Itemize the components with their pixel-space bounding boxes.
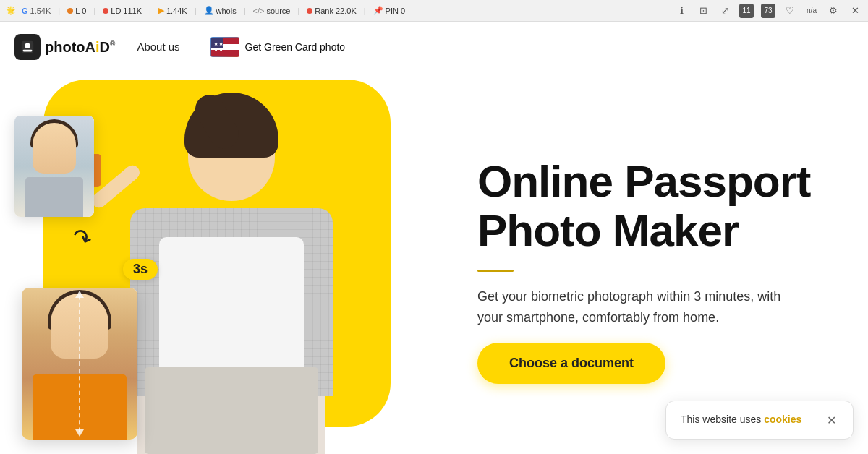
svg-text:★★: ★★ xyxy=(213,46,224,53)
photo-card-small-image xyxy=(14,116,94,217)
toolbar-google: G 1.54K xyxy=(22,7,51,15)
toolbar-ld: LD 111K xyxy=(103,7,142,15)
svg-rect-2 xyxy=(23,49,33,51)
toolbar-whois[interactable]: 👤 whois xyxy=(204,6,237,15)
heart-icon[interactable]: ♡ xyxy=(783,4,797,18)
toolbar-rank: Rank 22.0K xyxy=(307,7,356,15)
choose-document-button[interactable]: Choose a document xyxy=(477,343,665,384)
timer-badge: 3s xyxy=(123,259,158,280)
toolbar-pin: 📌 PIN 0 xyxy=(373,6,405,15)
browser-toolbar: 🌟 G 1.54K | L 0 | LD 111K | ▶ 1.44K | 👤 … xyxy=(0,0,868,22)
green-card-flag-icon: ★★ ★★ xyxy=(210,37,239,57)
logo-text: photoAiD® xyxy=(45,38,115,56)
green-card-promo-text: Get Green Card photo xyxy=(245,41,346,53)
photo-card-main xyxy=(22,288,137,440)
expand-icon[interactable]: ⤢ xyxy=(718,4,732,18)
toolbar-i2: ▶ 1.44K xyxy=(158,6,187,15)
info-icon[interactable]: ℹ xyxy=(674,4,689,18)
count-badge-2: 73 xyxy=(761,4,775,18)
screenshot-icon[interactable]: ⊡ xyxy=(696,4,710,18)
cookie-banner: This website uses cookies ✕ xyxy=(665,401,854,440)
green-card-promo-link[interactable]: ★★ ★★ Get Green Card photo xyxy=(202,34,354,60)
hero-illustration: ↷ 3s xyxy=(0,72,448,454)
hero-subtitle: Get your biometric photograph within 3 m… xyxy=(477,286,781,328)
toolbar-l: L 0 xyxy=(67,7,86,15)
photo-card-main-image xyxy=(22,288,137,440)
photo-card-small xyxy=(14,116,94,217)
svg-point-1 xyxy=(25,43,30,48)
toolbar-source[interactable]: </> source xyxy=(253,7,291,15)
hero-title-divider xyxy=(477,270,514,272)
settings-icon[interactable]: ⚙ xyxy=(826,4,841,18)
favicon-icon: 🌟 xyxy=(6,6,16,15)
hero-section: ↷ 3s xyxy=(0,72,868,454)
count-badge-1: 11 xyxy=(739,4,754,18)
navbar: photoAiD® About us ★★ ★★ Get Green Card … xyxy=(0,22,868,72)
hero-content: Online Passport Photo Maker Get your bio… xyxy=(448,72,868,454)
logo[interactable]: photoAiD® xyxy=(14,34,115,60)
na-badge: n/a xyxy=(804,4,819,18)
hero-title: Online Passport Photo Maker xyxy=(477,157,825,255)
cookie-close-button[interactable]: ✕ xyxy=(824,413,838,427)
logo-icon xyxy=(14,34,41,60)
about-us-link[interactable]: About us xyxy=(137,40,179,53)
close-icon[interactable]: ✕ xyxy=(848,4,862,18)
toolbar-right-icons: ℹ ⊡ ⤢ 11 73 ♡ n/a ⚙ ✕ xyxy=(674,4,862,18)
cookies-link[interactable]: cookies xyxy=(764,414,801,425)
cookie-text: This website uses cookies xyxy=(681,413,818,427)
